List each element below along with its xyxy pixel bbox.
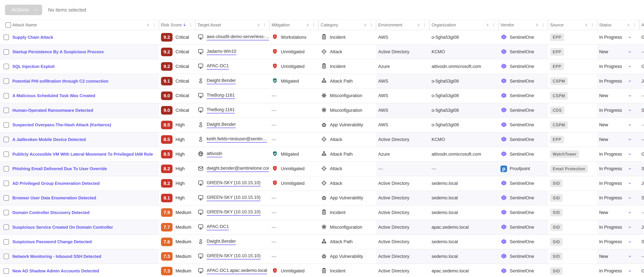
environment-cell: AWS <box>376 103 430 118</box>
sort-button[interactable] <box>146 23 150 27</box>
select-all-checkbox[interactable] <box>6 22 11 28</box>
column-menu-button[interactable] <box>422 23 427 27</box>
attack-name-link[interactable]: AD Privileged Group Enumeration Detected <box>12 181 100 186</box>
environment-value: Azure <box>378 64 390 69</box>
sentinelone-logo <box>500 253 507 260</box>
sort-button[interactable] <box>306 23 310 27</box>
row-checkbox[interactable] <box>4 122 9 128</box>
attack-name-link[interactable]: Potential PHI exfiltration through C2 co… <box>12 79 108 84</box>
column-menu-button[interactable] <box>312 23 316 27</box>
attack-name-link[interactable]: Network Monitoring - Inbound SSH Detecte… <box>12 254 101 259</box>
target-asset-link[interactable]: aws-cloud9-demo-serverless-… <box>207 34 269 40</box>
row-checkbox[interactable] <box>4 108 9 113</box>
attack-name-link[interactable]: Suspicious Password Change Detected <box>12 239 92 244</box>
status-dropdown[interactable] <box>628 79 632 83</box>
status-dropdown[interactable] <box>628 196 632 200</box>
target-asset-link[interactable]: dwight.bender@sentinelone.com <box>207 166 269 172</box>
status-dropdown[interactable] <box>628 108 632 113</box>
target-asset-link[interactable]: GREEN-SKY (10.10.15.10) <box>207 180 260 186</box>
target-asset-link[interactable]: Dwight.Bender <box>207 78 236 84</box>
attack-name-link[interactable]: Supply Chain Attack <box>12 35 53 40</box>
sort-button[interactable] <box>535 23 539 27</box>
actions-button[interactable]: Actions <box>5 5 42 15</box>
target-asset-link[interactable]: keith.fields+testuser@sentin… <box>207 136 267 143</box>
status-dropdown[interactable] <box>628 239 632 244</box>
attack-name-link[interactable]: Domain Controller Discovery Detected <box>12 210 90 215</box>
row-checkbox[interactable] <box>4 166 9 172</box>
row-checkbox[interactable] <box>4 93 9 99</box>
row-checkbox[interactable] <box>4 253 9 259</box>
status-dropdown[interactable] <box>628 152 632 156</box>
row-checkbox[interactable] <box>4 151 9 157</box>
sort-button[interactable] <box>363 23 368 27</box>
mitigation-label: Unmitigated <box>281 181 304 186</box>
attack-name-link[interactable]: Startup Persistence By A Suspicious Proc… <box>12 49 104 54</box>
attack-name-link[interactable]: A Jailbroken Mobile Device Detected <box>12 137 86 142</box>
attack-name-link[interactable]: Suspected Overpass-The-Hash Attack (Kerb… <box>12 122 111 127</box>
row-checkbox[interactable] <box>4 35 9 40</box>
sort-button[interactable] <box>256 23 261 27</box>
sentinelone-logo <box>500 34 507 41</box>
sort-button[interactable] <box>182 23 187 27</box>
target-asset-link[interactable]: GREEN-SKY (10.10.15.10) <box>207 209 260 216</box>
status-dropdown[interactable] <box>628 137 632 142</box>
target-asset-link[interactable]: attivodn <box>207 151 222 157</box>
row-checkbox[interactable] <box>4 137 9 142</box>
vendor-name: SentinelOne <box>510 239 534 244</box>
sort-button[interactable] <box>626 23 631 27</box>
target-asset-link[interactable]: Dwight.Bender <box>207 122 236 128</box>
target-asset-link[interactable]: GREEN-SKY (10.10.15.10) <box>207 253 260 259</box>
target-asset-link[interactable]: GREEN-SKY (10.10.15.10) <box>207 195 260 201</box>
attack-name-link[interactable]: New AD Shadow Admin Accounts Detected <box>12 268 99 273</box>
status-dropdown[interactable] <box>628 167 632 171</box>
column-menu-button[interactable] <box>369 23 374 27</box>
column-menu-button[interactable] <box>541 23 546 27</box>
sort-button[interactable] <box>416 23 421 27</box>
chevron-down-icon <box>628 239 632 244</box>
target-asset-link[interactable]: TheBorg-1161 <box>207 93 235 99</box>
column-menu-button[interactable] <box>492 23 496 27</box>
row-checkbox[interactable] <box>4 181 9 186</box>
attack-name-link[interactable]: Publicly Accessible VM With Lateral Move… <box>12 152 153 157</box>
attack-name-link[interactable]: Browser User Data Enumeration Detected <box>12 195 96 200</box>
target-asset-link[interactable]: APAC-DC1 <box>207 63 229 70</box>
row-checkbox[interactable] <box>4 268 9 274</box>
row-checkbox[interactable] <box>4 210 9 215</box>
target-asset-link[interactable]: APAC-DC1.apac.sedemo.local <box>207 268 267 274</box>
column-menu-button[interactable] <box>262 23 267 27</box>
status-dropdown[interactable] <box>628 64 632 69</box>
status-dropdown[interactable] <box>628 225 632 229</box>
attack-name-link[interactable]: Human-Operated Ransomware Detected <box>12 108 93 113</box>
column-menu-button[interactable] <box>188 23 193 27</box>
row-checkbox[interactable] <box>4 49 9 55</box>
attack-name-link[interactable]: SQL Injection Exploit <box>12 64 55 69</box>
row-checkbox[interactable] <box>4 64 9 69</box>
target-asset-link[interactable]: Jadams-Win10 <box>207 49 236 55</box>
status-dropdown[interactable] <box>628 269 632 273</box>
status-dropdown[interactable] <box>628 35 632 40</box>
sort-button[interactable] <box>485 23 490 27</box>
category-label: Attack Path <box>330 79 353 84</box>
status-dropdown[interactable] <box>628 181 632 186</box>
column-menu-button[interactable] <box>152 23 156 27</box>
row-checkbox[interactable] <box>4 78 9 84</box>
target-asset-link[interactable]: APAC-DC1 <box>207 224 229 230</box>
column-menu-button[interactable] <box>590 23 594 27</box>
sort-button[interactable] <box>584 23 588 27</box>
status-dropdown[interactable] <box>628 50 632 54</box>
column-menu-button[interactable] <box>632 23 637 27</box>
target-asset-link[interactable]: TheBorg-1161 <box>207 107 235 113</box>
row-checkbox[interactable] <box>4 224 9 230</box>
status-dropdown[interactable] <box>628 254 632 259</box>
row-checkbox[interactable] <box>4 239 9 245</box>
target-asset-cell: GREEN-SKY (10.10.15.10) <box>196 249 270 264</box>
status-dropdown[interactable] <box>628 94 632 98</box>
attack-name-link[interactable]: A Malicious Scheduled Task Was Created <box>12 93 95 98</box>
target-asset-link[interactable]: Dwight.Bender <box>207 239 236 245</box>
status-dropdown[interactable] <box>628 210 632 215</box>
attack-name-link[interactable]: Phishing Email Delivered Due To User Ove… <box>12 166 107 171</box>
row-checkbox[interactable] <box>4 195 9 201</box>
status-dropdown[interactable] <box>628 123 632 127</box>
attack-name-link[interactable]: Suspicious Service Created On Domain Con… <box>12 225 113 230</box>
status-cell: New <box>597 45 640 59</box>
